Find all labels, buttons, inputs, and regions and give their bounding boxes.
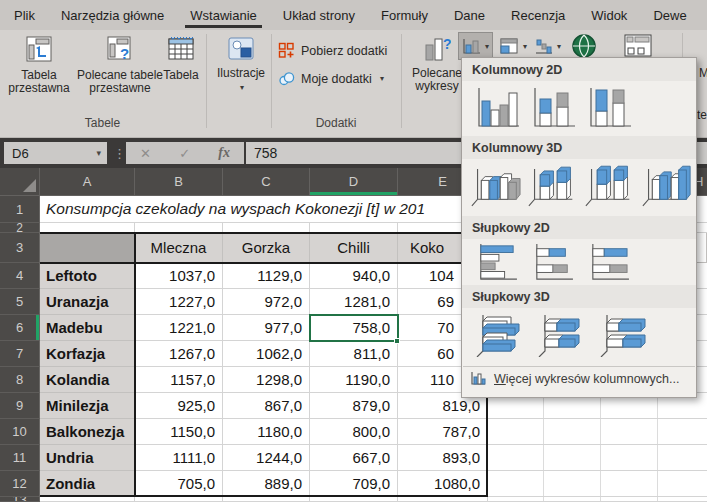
cell-value[interactable]: 940,0: [310, 263, 398, 289]
chart-option-100-stacked-bar-2d[interactable]: [586, 243, 632, 281]
cell-value[interactable]: 1227,0: [135, 289, 223, 315]
chart-option-column-3d[interactable]: [641, 164, 692, 210]
chart-option-clustered-column-3d[interactable]: [470, 164, 521, 210]
pivotchart-button[interactable]: [620, 33, 656, 59]
cell-island-name[interactable]: Uranazja: [40, 289, 135, 315]
cell-empty[interactable]: [488, 497, 707, 502]
chevron-down-icon[interactable]: ▾: [96, 148, 101, 158]
row-header[interactable]: 1: [0, 196, 40, 223]
cell-value[interactable]: 925,0: [135, 393, 223, 419]
row-header[interactable]: 3: [0, 233, 40, 263]
row-header[interactable]: 10: [0, 419, 40, 445]
cell-value[interactable]: 1221,0: [135, 315, 223, 341]
chart-option-clustered-column-2d[interactable]: [474, 86, 520, 130]
pivot-table-button[interactable]: Tabela przestawna: [6, 33, 72, 95]
cell-value[interactable]: 811,0: [310, 341, 398, 367]
more-column-charts-item[interactable]: Więcej wykresów kolumnowych...: [462, 367, 696, 390]
row-header[interactable]: 8: [0, 367, 40, 393]
chart-option-stacked-column-3d[interactable]: [527, 164, 578, 210]
cell-value[interactable]: 889,0: [223, 471, 310, 497]
tab-wstawianie[interactable]: Wstawianie: [190, 0, 256, 30]
chart-option-stacked-column-2d[interactable]: [530, 86, 576, 130]
cell-empty-gray[interactable]: [40, 233, 135, 263]
cell-island-name[interactable]: Zondia: [40, 471, 135, 497]
cell-value[interactable]: 1298,0: [223, 367, 310, 393]
cell-empty[interactable]: [398, 497, 488, 502]
cell-island-name[interactable]: Korfazja: [40, 341, 135, 367]
cell-empty[interactable]: [488, 471, 707, 497]
cell-value[interactable]: 972,0: [223, 289, 310, 315]
chart-option-100-stacked-column-2d[interactable]: [586, 86, 632, 130]
formula-bar-resizer[interactable]: ⋮: [113, 142, 126, 164]
chart-option-clustered-bar-2d[interactable]: [474, 243, 520, 281]
select-all-corner[interactable]: [0, 168, 40, 196]
recommended-pivot-tables-button[interactable]: ? Polecane tabele przestawne: [72, 33, 168, 95]
cell-value[interactable]: 1281,0: [310, 289, 398, 315]
cell-value[interactable]: 1080,0: [398, 471, 488, 497]
cell-empty[interactable]: [223, 497, 310, 502]
cell-island-name[interactable]: Balkonezja: [40, 419, 135, 445]
cell-island-name[interactable]: Kolandia: [40, 367, 135, 393]
chart-option-stacked-bar-3d[interactable]: [536, 313, 588, 357]
row-header[interactable]: 12: [0, 471, 40, 497]
insert-function-icon[interactable]: fx: [218, 145, 230, 161]
cell-header[interactable]: Mleczna: [135, 233, 223, 263]
cell-value[interactable]: 787,0: [398, 419, 488, 445]
tab-widok[interactable]: Widok: [591, 0, 627, 30]
column-header-c[interactable]: C: [223, 168, 310, 196]
cell-empty[interactable]: [488, 419, 707, 445]
cell-value[interactable]: 893,0: [398, 445, 488, 471]
row-header[interactable]: 7: [0, 341, 40, 367]
insert-waterfall-chart-button[interactable]: ▾: [531, 33, 564, 59]
tab-plik[interactable]: Plik: [14, 0, 35, 30]
cell-header[interactable]: Gorzka: [223, 233, 310, 263]
column-header-d[interactable]: D: [310, 168, 398, 196]
cell-value[interactable]: 1190,0: [310, 367, 398, 393]
cell-value[interactable]: 867,0: [223, 393, 310, 419]
cell-value[interactable]: 879,0: [310, 393, 398, 419]
column-header-b[interactable]: B: [135, 168, 223, 196]
cell-value[interactable]: 1111,0: [135, 445, 223, 471]
enter-icon[interactable]: ✓: [179, 146, 190, 161]
row-header[interactable]: 4: [0, 263, 40, 289]
cell-value[interactable]: 1180,0: [223, 419, 310, 445]
cell-value[interactable]: 1157,0: [135, 367, 223, 393]
fill-handle[interactable]: [394, 338, 400, 344]
cell-island-name[interactable]: Minilezja: [40, 393, 135, 419]
tab-deweloper[interactable]: Dewe: [653, 0, 686, 30]
maps-button[interactable]: [566, 33, 602, 59]
cell-value[interactable]: 1150,0: [135, 419, 223, 445]
illustrations-button[interactable]: Ilustracje ▾: [212, 33, 270, 94]
tab-uklad-strony[interactable]: Układ strony: [283, 0, 355, 30]
insert-column-chart-button[interactable]: ▾: [459, 33, 492, 59]
tab-narzedzia-glowne[interactable]: Narzędzia główne: [61, 0, 164, 30]
name-box[interactable]: D6 ▾: [4, 142, 107, 164]
cell-empty[interactable]: [488, 445, 707, 471]
chart-option-100-stacked-column-3d[interactable]: [584, 164, 635, 210]
insert-hierarchy-chart-button[interactable]: ▾: [497, 33, 530, 59]
row-header[interactable]: 2: [0, 223, 40, 233]
cell-value[interactable]: 709,0: [310, 471, 398, 497]
cell-island-name[interactable]: Undria: [40, 445, 135, 471]
cancel-icon[interactable]: ✕: [140, 146, 151, 161]
row-header[interactable]: 6: [0, 315, 40, 341]
cell-value[interactable]: 1267,0: [135, 341, 223, 367]
row-header[interactable]: 13: [0, 497, 40, 502]
cell-value[interactable]: 800,0: [310, 419, 398, 445]
cell-island-name[interactable]: Leftoto: [40, 263, 135, 289]
row-header[interactable]: 9: [0, 393, 40, 419]
tab-recenzja[interactable]: Recenzja: [511, 0, 565, 30]
cell-value[interactable]: 977,0: [223, 315, 310, 341]
chart-option-100-stacked-bar-3d[interactable]: [598, 313, 650, 357]
tab-dane[interactable]: Dane: [454, 0, 485, 30]
cell-header[interactable]: Chilli: [310, 233, 398, 263]
cell-empty[interactable]: [40, 497, 135, 502]
cell-value[interactable]: 667,0: [310, 445, 398, 471]
chart-option-clustered-bar-3d[interactable]: [474, 313, 526, 357]
cell-empty[interactable]: [310, 497, 398, 502]
my-addins-button[interactable]: Moje dodatki ▾: [278, 70, 384, 87]
recommended-charts-button[interactable]: ? Polecane wykresy: [409, 33, 465, 93]
cell-value[interactable]: 1062,0: [223, 341, 310, 367]
tab-formuly[interactable]: Formuły: [381, 0, 428, 30]
row-header[interactable]: 11: [0, 445, 40, 471]
